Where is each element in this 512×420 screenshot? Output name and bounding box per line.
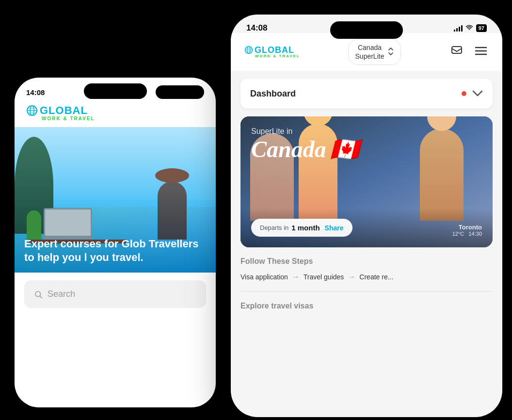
step-label-1: Visa application bbox=[240, 273, 288, 281]
content-area: Dashboard bbox=[231, 71, 502, 415]
header-icons bbox=[449, 43, 489, 61]
global-logo-left: GLOBAL WORK & TRAVEL bbox=[26, 105, 204, 121]
step-item-2: Travel guides bbox=[304, 273, 344, 281]
hero-text: Expert courses for Glob Travellers to he… bbox=[15, 229, 216, 273]
dashboard-dropdown-right bbox=[462, 87, 483, 100]
svg-line-6 bbox=[40, 296, 42, 298]
weather-detail: 12°C 14:30 bbox=[452, 231, 482, 237]
step-item-1: Visa application bbox=[240, 273, 288, 281]
subtitle-right: WORK & TRAVEL bbox=[244, 54, 300, 58]
global-text-left: GLOBAL bbox=[40, 105, 88, 116]
dashboard-label: Dashboard bbox=[250, 89, 296, 99]
step-arrow-2: → bbox=[348, 273, 355, 281]
message-button[interactable] bbox=[449, 43, 464, 61]
search-bar[interactable]: Search bbox=[24, 280, 206, 308]
phone-left: 14:08 GLOBAL WORK & TRAVEL bbox=[15, 78, 216, 407]
global-logo-right: GLOBAL WORK & TRAVEL bbox=[244, 46, 300, 58]
battery-indicator: 97 bbox=[476, 24, 487, 32]
explore-title: Explore travel visas bbox=[240, 302, 493, 310]
share-link[interactable]: Share bbox=[325, 224, 344, 232]
step-arrow-1: → bbox=[292, 273, 300, 281]
canada-card: SuperLite in Canada 🇨🇦 Departs in 1 mont… bbox=[240, 116, 493, 247]
canada-title: Canada 🇨🇦 bbox=[251, 138, 482, 161]
wifi-icon bbox=[465, 24, 473, 32]
departs-label: Departs in bbox=[260, 224, 288, 231]
status-icons: 97 bbox=[454, 24, 487, 32]
card-bottom-row: Departs in 1 month Share Toronto 12°C 14… bbox=[251, 219, 482, 237]
phone-right: 14:08 97 bbox=[231, 15, 502, 417]
step-label-2: Travel guides bbox=[304, 273, 344, 281]
phone-left-time: 14:08 bbox=[26, 88, 45, 97]
weather-info: Toronto 12°C 14:30 bbox=[452, 224, 482, 237]
canada-overlay-text: SuperLite in Canada 🇨🇦 Departs in 1 mont… bbox=[240, 116, 493, 247]
phone-right-time: 14:08 bbox=[246, 23, 267, 33]
departs-badge: Departs in 1 month Share bbox=[251, 219, 352, 237]
section-divider bbox=[240, 291, 493, 292]
menu-button[interactable] bbox=[473, 44, 489, 60]
global-text-right: GLOBAL bbox=[255, 46, 294, 54]
dashboard-dropdown[interactable]: Dashboard bbox=[240, 79, 493, 109]
phone-left-notch bbox=[84, 83, 147, 99]
canada-flag: 🇨🇦 bbox=[330, 138, 359, 161]
notification-dot bbox=[462, 91, 466, 96]
signal-icon bbox=[454, 25, 463, 32]
dashboard-chevron-icon bbox=[472, 87, 483, 100]
globe-icon-left bbox=[26, 105, 38, 116]
departs-time: 1 month bbox=[291, 224, 320, 232]
svg-point-7 bbox=[469, 29, 470, 30]
search-icon-left bbox=[34, 290, 43, 299]
steps-row: Visa application → Travel guides → Creat… bbox=[240, 273, 493, 281]
city-name: Toronto bbox=[452, 224, 482, 231]
superlite-in-text: SuperLite in bbox=[251, 127, 482, 136]
steps-section-title: Follow These Steps bbox=[240, 257, 493, 266]
canada-card-background: SuperLite in Canada 🇨🇦 Departs in 1 mont… bbox=[240, 116, 493, 247]
phone-right-notch bbox=[330, 21, 403, 39]
country-chevron-icon bbox=[388, 47, 394, 58]
subtitle-left: WORK & TRAVEL bbox=[26, 116, 204, 121]
step-label-3: Create re... bbox=[359, 273, 393, 281]
country-selector[interactable]: Canada SuperLite bbox=[348, 39, 401, 65]
step-item-3: Create re... bbox=[359, 273, 393, 281]
hero-image-left: Expert courses for Glob Travellers to he… bbox=[15, 127, 216, 273]
globe-icon-right bbox=[244, 46, 253, 54]
phone-left-logo-area: GLOBAL WORK & TRAVEL bbox=[15, 99, 216, 127]
search-placeholder: Search bbox=[48, 289, 75, 299]
svg-rect-13 bbox=[452, 47, 462, 53]
